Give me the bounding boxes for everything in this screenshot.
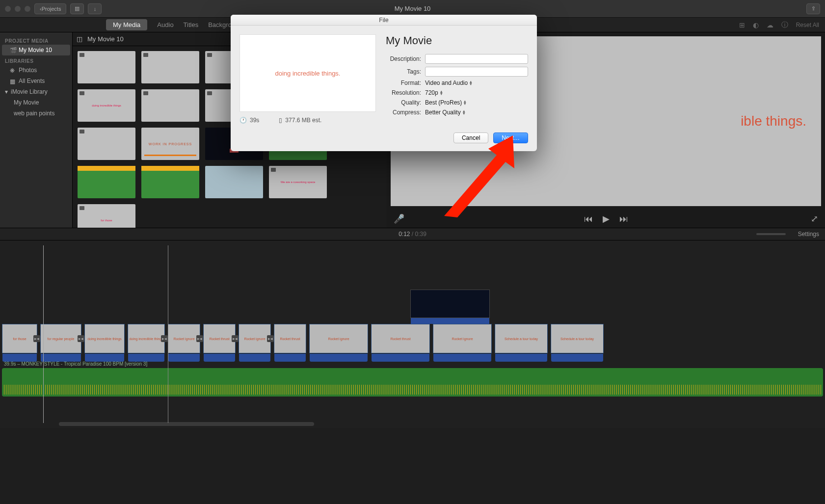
import-button[interactable]: ▥	[70, 3, 84, 14]
calendar-icon: ▦	[10, 78, 16, 84]
minimize-window-icon[interactable]	[15, 6, 21, 12]
timeline-clip[interactable]: Rocket thrust▸◂	[203, 324, 236, 353]
clip-thumb[interactable]: doing incredible things	[78, 89, 135, 122]
timeline-clip[interactable]: for regular people▸◂	[40, 324, 81, 353]
timeline-clip[interactable]: Rocket thrust	[371, 324, 430, 353]
clip-thumb[interactable]	[141, 166, 199, 198]
next-button[interactable]: Next…	[493, 133, 528, 143]
reset-all-button[interactable]: Reset All	[796, 22, 819, 28]
connected-clip[interactable]	[410, 290, 490, 318]
sidebar-item-all-events[interactable]: ▦All Events	[0, 76, 72, 86]
close-window-icon[interactable]	[5, 6, 11, 12]
timeline-clip[interactable]: Rocket thrust	[274, 324, 306, 353]
transition-icon[interactable]: ▸◂	[267, 335, 274, 342]
sidebar-item-my-movie[interactable]: My Movie	[0, 97, 72, 108]
export-title: My Movie	[386, 34, 528, 47]
next-button[interactable]: ⏭	[619, 214, 628, 224]
share-button[interactable]: ⇪	[806, 3, 820, 14]
sidebar-project-item[interactable]: 🎬 My Movie 10	[2, 45, 70, 55]
sidebar-item-imovie-library[interactable]: ▾ iMovie Library	[0, 86, 72, 97]
timeline[interactable]: for those▸◂ for regular people▸◂ doing i…	[0, 240, 825, 428]
info-icon[interactable]: ⓘ	[781, 21, 788, 29]
timeline-settings-button[interactable]: Settings	[798, 231, 819, 238]
fullscreen-icon[interactable]: ⤢	[811, 213, 818, 224]
dialog-titlebar: File	[231, 15, 537, 26]
dropdown-chevron-icon: ▴▾	[470, 80, 472, 85]
color-balance-icon[interactable]: ◐	[753, 21, 759, 29]
flower-icon: ❋	[10, 67, 16, 73]
back-projects-button[interactable]: ‹ Projects	[34, 3, 66, 14]
timeline-clip[interactable]: Schedule a tour today	[495, 324, 548, 353]
dropdown-chevron-icon: ▴▾	[464, 100, 466, 105]
compress-label: Compress:	[386, 109, 425, 116]
compress-select[interactable]: Better Quality▴▾	[425, 109, 465, 116]
tab-my-media[interactable]: My Media	[106, 19, 147, 30]
clip-thumb[interactable]	[141, 51, 199, 83]
sidebar-item-web-pain-points[interactable]: web pain points	[0, 108, 72, 119]
sidebar-item-photos[interactable]: ❋Photos	[0, 65, 72, 76]
resolution-label: Resolution:	[386, 89, 425, 96]
prev-button[interactable]: ⏮	[584, 214, 593, 224]
clip-thumb[interactable]	[78, 51, 135, 83]
description-input[interactable]	[425, 54, 528, 64]
export-filesize: ▯377.6 MB est.	[279, 117, 321, 124]
zoom-window-icon[interactable]	[25, 6, 30, 12]
disclosure-triangle-icon[interactable]: ▾	[5, 88, 8, 95]
download-button[interactable]: ↓	[88, 3, 102, 14]
timeline-clip[interactable]: Rocket ignore▸◂	[168, 324, 200, 353]
window-title: My Movie 10	[395, 5, 431, 12]
voiceover-icon[interactable]: 🎤	[394, 213, 404, 224]
playhead[interactable]	[43, 245, 44, 423]
timeline-clip[interactable]: doing incredible things▸◂	[128, 324, 165, 353]
video-track[interactable]: for those▸◂ for regular people▸◂ doing i…	[0, 324, 825, 363]
clip-thumb[interactable]	[78, 128, 135, 160]
audio-track[interactable]: 39.9s – MONKEY STYLE - Tropical Paradise…	[2, 368, 823, 397]
transition-icon[interactable]: ▸◂	[161, 335, 168, 342]
transition-icon[interactable]: ▸◂	[33, 335, 40, 342]
color-correction-icon[interactable]: ☁	[767, 21, 773, 29]
browser-title: My Movie 10	[87, 35, 124, 43]
horizontal-scrollbar[interactable]	[59, 422, 314, 426]
export-duration: 🕐39s	[240, 117, 259, 124]
clip-thumb[interactable]	[78, 166, 135, 198]
quality-select[interactable]: Best (ProRes)▴▾	[425, 99, 466, 106]
transition-icon[interactable]: ▸◂	[196, 335, 203, 342]
window-traffic-lights[interactable]	[5, 6, 30, 12]
description-label: Description:	[386, 55, 425, 62]
file-icon: ▯	[279, 117, 282, 124]
play-button[interactable]: ▶	[603, 213, 610, 224]
tab-titles[interactable]: Titles	[184, 21, 199, 28]
clip-thumb[interactable]	[205, 166, 263, 198]
timeline-clip[interactable]: Rocket ignore	[433, 324, 492, 353]
adjust-icon[interactable]: ⊞	[739, 21, 745, 29]
skimmer[interactable]	[168, 245, 168, 423]
timeline-clip[interactable]: doing incredible things	[84, 324, 125, 353]
clip-thumb[interactable]	[141, 89, 199, 122]
clock-icon: 🕐	[240, 117, 247, 124]
tab-audio[interactable]: Audio	[157, 21, 173, 28]
timeline-clip[interactable]: Rocket ignore▸◂	[239, 324, 271, 353]
timeline-time: 0:12 / 0:39	[399, 231, 426, 238]
tags-input[interactable]	[425, 67, 528, 77]
format-label: Format:	[386, 80, 425, 86]
resolution-select[interactable]: 720p▴▾	[425, 89, 443, 96]
transition-icon[interactable]: ▸◂	[78, 335, 84, 342]
audio-clip-label: 39.9s – MONKEY STYLE - Tropical Paradise…	[4, 361, 147, 367]
clip-thumb[interactable]: for those	[78, 204, 135, 228]
sidebar-toggle-icon[interactable]: ◫	[77, 35, 82, 43]
format-select[interactable]: Video and Audio▴▾	[425, 80, 472, 86]
export-preview-thumbnail: doing incredible things.	[240, 34, 376, 112]
clip-thumb[interactable]: We are a coworking space	[269, 166, 327, 198]
sidebar-project-label: My Movie 10	[19, 47, 52, 53]
transition-icon[interactable]: ▸◂	[232, 335, 239, 342]
sidebar-header-libraries: LIBRARIES	[0, 55, 72, 65]
zoom-slider[interactable]	[756, 233, 786, 235]
timeline-clip[interactable]: for those▸◂	[2, 324, 37, 353]
clapper-icon: 🎬	[10, 47, 16, 53]
timeline-clip[interactable]: Rocket ignore	[309, 324, 368, 353]
timeline-clip[interactable]: Schedule a tour today	[551, 324, 604, 353]
camera-icon	[80, 53, 84, 57]
timeline-header: 0:12 / 0:39 Settings	[0, 228, 825, 240]
clip-thumb[interactable]: WORK IN PROGRESS	[141, 128, 199, 160]
cancel-button[interactable]: Cancel	[453, 133, 488, 143]
